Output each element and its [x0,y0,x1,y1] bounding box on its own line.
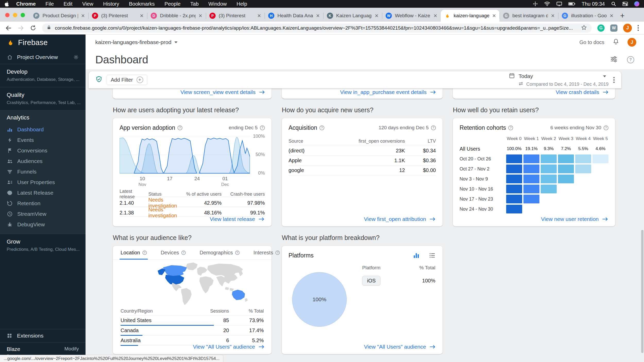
world-map[interactable] [113,260,272,307]
view-screen-view-details-link[interactable]: View screen_view event details [181,89,265,95]
cohort-cell[interactable] [592,175,608,183]
zoom-window-button[interactable] [21,13,25,17]
browser-tab[interactable]: DDribbble - 2x.png b× [147,10,206,22]
sidebar-item-debugview[interactable]: DebugView [0,219,86,230]
cohort-cell[interactable] [541,185,557,193]
help-icon[interactable] [181,251,186,255]
tab-close-icon[interactable]: × [257,13,261,19]
w-extension-icon[interactable]: W [610,24,617,32]
cohort-cell[interactable] [592,154,608,163]
minimize-window-button[interactable] [13,13,17,17]
menu-item[interactable]: Window [204,1,232,7]
browser-tab[interactable]: P(3) Pinterest× [88,10,147,22]
browser-tab[interactable]: Gbest instagram des× [499,10,558,22]
cohort-cell[interactable] [558,154,574,163]
tab-close-icon[interactable]: × [434,13,437,19]
browser-menu-icon[interactable] [638,25,639,31]
cohort-cell[interactable] [558,165,574,173]
audience-tab-location[interactable]: Location [121,246,147,260]
country-row[interactable]: Canada2017.4% [121,325,264,335]
browser-tab[interactable]: WWebflow - Kaizen L× [382,10,441,22]
cohort-cell[interactable] [506,154,522,163]
cohort-cell[interactable] [506,185,522,193]
go-to-docs-link[interactable]: Go to docs [579,39,604,45]
lock-icon[interactable] [47,25,51,31]
sidebar-item-audiences[interactable]: Audiences [0,156,86,166]
apple-menu-icon[interactable] [5,2,9,6]
tab-close-icon[interactable]: × [551,13,555,19]
help-icon[interactable] [431,125,436,130]
menu-bar-clock[interactable]: Thu 09:34 [582,1,605,7]
view-in-app-purchase-details-link[interactable]: View in_app_purchase event details [340,89,436,95]
menu-item[interactable]: Edit [59,1,77,7]
list-view-icon[interactable] [429,252,436,259]
browser-profile-avatar[interactable]: J [623,24,632,32]
sidebar-item-extensions[interactable]: Extensions [0,329,86,342]
new-tab-button[interactable] [617,10,628,21]
country-row[interactable]: United States8573.9% [121,315,264,325]
control-center-icon[interactable] [622,1,628,6]
project-selector[interactable]: kaizen-languages-firebase-prod [95,39,177,45]
audience-tab-interests[interactable]: Interests [253,246,280,260]
cohort-cell[interactable] [575,154,591,163]
cohort-cell[interactable] [523,154,539,163]
cohort-cell[interactable] [541,175,557,183]
view-latest-release-link[interactable]: View latest release [210,216,265,222]
cohort-cell[interactable] [523,175,539,183]
cohort-cell[interactable] [541,165,557,173]
browser-tab[interactable]: PProduct Design | Tr× [30,10,88,22]
spotlight-icon[interactable] [611,1,616,6]
notifications-bell-icon[interactable] [613,38,619,46]
battery-icon[interactable] [568,2,575,6]
menu-item[interactable]: View [77,1,98,7]
view-crash-details-link[interactable]: View crash details [556,89,609,95]
chart-view-icon[interactable] [413,252,420,259]
forward-button[interactable] [18,25,24,31]
cohort-cell[interactable] [575,175,591,183]
cohort-cell[interactable] [541,154,557,163]
sidebar-item-project-overview[interactable]: Project Overview [0,50,86,64]
cohort-cell[interactable] [523,195,539,203]
cohort-cell[interactable] [523,205,539,213]
help-icon[interactable] [142,251,147,255]
tab-close-icon[interactable]: × [81,13,85,19]
firebase-logo[interactable]: Firebase [0,35,86,50]
browser-tab[interactable]: KKaizen Languages× [323,10,382,22]
add-filter-button[interactable]: Add Filter [107,75,147,85]
browser-tab[interactable]: P(3) Pinterest× [206,10,265,22]
url-text[interactable]: console.firebase.google.com/u/0/project/… [55,25,577,31]
cohort-cell[interactable] [558,175,574,183]
move-icon[interactable] [533,1,538,6]
settings-gear-icon[interactable] [73,54,79,60]
cohort-cell[interactable] [575,165,591,173]
cohort-cell[interactable] [575,195,591,203]
browser-tab[interactable]: kaizen-languages-f× [441,10,499,22]
audience-tab-demographics[interactable]: Demographics [200,246,240,260]
sidebar-item-retention[interactable]: Retention [0,198,86,209]
view-all-users-audience-link[interactable]: View "All Users" audience [364,344,436,350]
cohort-cell[interactable] [558,205,574,213]
menu-item[interactable]: Tab [185,1,204,7]
cohort-cell[interactable] [592,185,608,193]
menu-item[interactable]: File [41,1,59,7]
menu-item[interactable]: Chrome [11,1,41,7]
view-first-open-attribution-link[interactable]: View first_open attribution [364,216,436,222]
back-button[interactable] [5,25,12,31]
sidebar-item-latest-release[interactable]: Latest Release [0,187,86,198]
sidebar-item-dashboard[interactable]: Dashboard [0,124,86,135]
view-all-users-audience-link[interactable]: View "All Users" audience [193,344,265,350]
menu-item[interactable]: Help [232,1,252,7]
audience-tab-devices[interactable]: Devices [161,246,186,260]
cohort-cell[interactable] [541,195,557,203]
cohort-cell[interactable] [506,175,522,183]
cohort-cell[interactable] [506,165,522,173]
cohort-cell[interactable] [506,205,522,213]
reload-button[interactable] [30,25,36,31]
menu-item[interactable]: Bookmarks [124,1,160,7]
scrollbar[interactable] [641,230,643,353]
cohort-cell[interactable] [592,205,608,213]
close-window-button[interactable] [5,13,10,17]
date-range-selector[interactable]: Today [509,73,606,80]
sidebar-item-user-properties[interactable]: User Properties [0,177,86,187]
cohort-cell[interactable] [592,165,608,173]
